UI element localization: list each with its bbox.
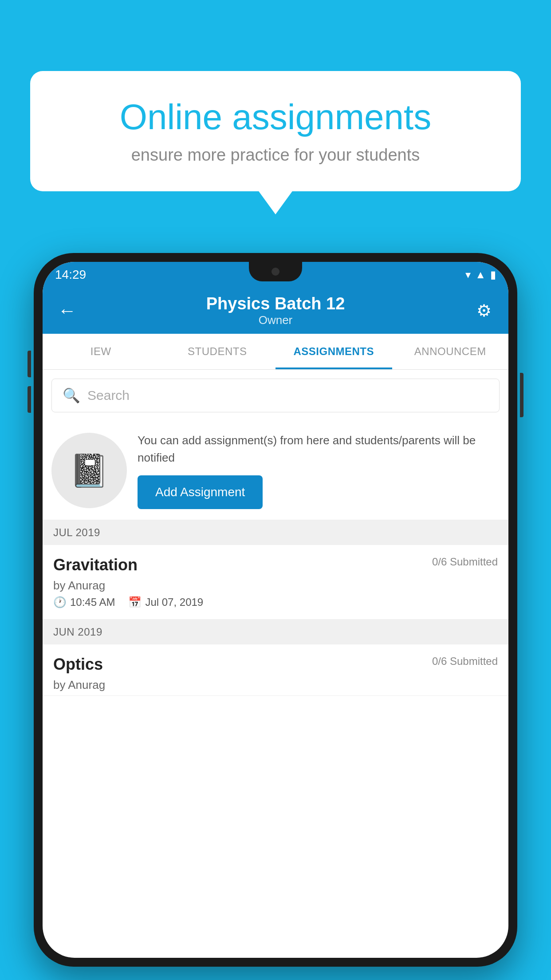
header-center: Physics Batch 12 Owner: [206, 294, 345, 327]
speech-bubble-card: Online assignments ensure more practice …: [30, 71, 521, 191]
assignment-name-optics: Optics: [53, 655, 103, 674]
promo-description: You can add assignment(s) from here and …: [138, 432, 500, 466]
assignment-name: Gravitation: [53, 556, 138, 574]
promo-text-area: You can add assignment(s) from here and …: [138, 432, 500, 509]
add-assignment-button[interactable]: Add Assignment: [138, 475, 263, 509]
assignment-date: 📅 Jul 07, 2019: [128, 596, 203, 609]
phone-screen: 14:29 ▾ ▲ ▮ ← Physics Batch 12 Owner ⚙: [43, 262, 508, 958]
back-arrow-icon: ←: [58, 300, 76, 321]
assignment-author-optics: by Anurag: [53, 678, 498, 692]
assignment-date-value: Jul 07, 2019: [145, 596, 203, 609]
calendar-icon: 📅: [128, 596, 142, 609]
volume-up-button: [28, 351, 31, 377]
tab-bar: IEW STUDENTS ASSIGNMENTS ANNOUNCEM: [43, 334, 508, 370]
battery-icon: ▮: [490, 269, 496, 281]
assignment-time-value: 10:45 AM: [70, 596, 115, 609]
camera: [272, 268, 279, 276]
header-title: Physics Batch 12: [206, 294, 345, 313]
assignment-time: 🕐 10:45 AM: [53, 596, 115, 609]
header-subtitle: Owner: [206, 313, 345, 327]
tab-announcements[interactable]: ANNOUNCEM: [392, 334, 509, 369]
month-header-jul: JUL 2019: [43, 520, 508, 545]
signal-icon: ▲: [475, 269, 486, 281]
content-area: 🔍 Search 📓 You can add assignment(s) fro…: [43, 370, 508, 696]
notebook-icon: 📓: [69, 452, 109, 490]
phone-frame: 14:29 ▾ ▲ ▮ ← Physics Batch 12 Owner ⚙: [34, 253, 517, 967]
assignment-top-optics: Optics 0/6 Submitted: [53, 655, 498, 674]
status-time: 14:29: [55, 268, 86, 282]
promo-icon-circle: 📓: [51, 433, 127, 508]
tab-iew[interactable]: IEW: [43, 334, 159, 369]
back-button[interactable]: ←: [56, 300, 78, 321]
assignment-author: by Anurag: [53, 579, 498, 593]
tab-students[interactable]: STUDENTS: [159, 334, 276, 369]
bubble-title: Online assignments: [61, 98, 490, 137]
assignment-item-gravitation[interactable]: Gravitation 0/6 Submitted by Anurag 🕐 10…: [43, 545, 508, 620]
promo-block: 📓 You can add assignment(s) from here an…: [43, 421, 508, 520]
app-header: ← Physics Batch 12 Owner ⚙: [43, 288, 508, 334]
search-placeholder: Search: [87, 388, 130, 403]
month-header-jun: JUN 2019: [43, 620, 508, 644]
tab-assignments[interactable]: ASSIGNMENTS: [276, 334, 392, 369]
assignment-meta: 🕐 10:45 AM 📅 Jul 07, 2019: [53, 596, 498, 609]
gear-icon: ⚙: [476, 301, 492, 320]
power-button: [520, 373, 523, 417]
wifi-icon: ▾: [465, 269, 471, 281]
status-icons: ▾ ▲ ▮: [465, 269, 496, 281]
search-bar[interactable]: 🔍 Search: [51, 379, 500, 412]
status-bar: 14:29 ▾ ▲ ▮: [43, 262, 508, 288]
settings-button[interactable]: ⚙: [473, 301, 495, 320]
notch: [249, 262, 302, 281]
clock-icon: 🕐: [53, 596, 67, 609]
assignment-top: Gravitation 0/6 Submitted: [53, 556, 498, 574]
assignment-submitted: 0/6 Submitted: [432, 556, 498, 568]
bubble-subtitle: ensure more practice for your students: [61, 146, 490, 165]
assignment-item-optics[interactable]: Optics 0/6 Submitted by Anurag: [43, 644, 508, 696]
assignment-submitted-optics: 0/6 Submitted: [432, 655, 498, 668]
search-icon: 🔍: [63, 387, 80, 404]
volume-down-button: [28, 386, 31, 413]
